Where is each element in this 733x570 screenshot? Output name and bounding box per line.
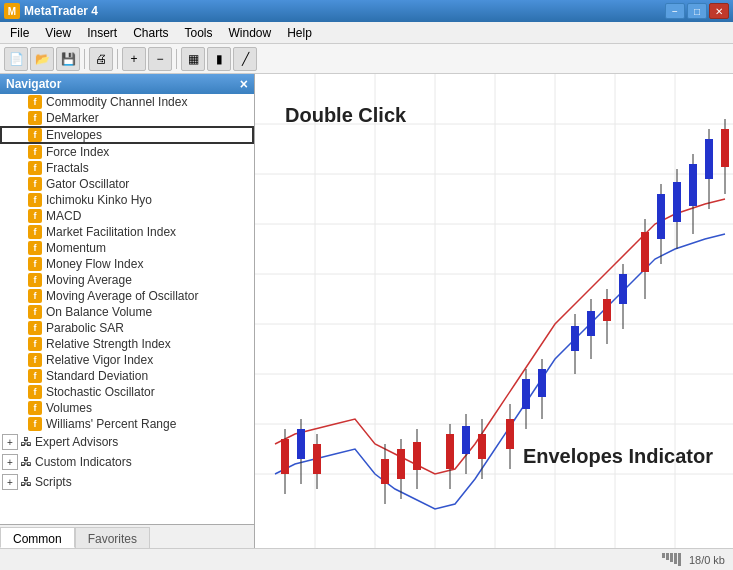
toolbar: 📄 📂 💾 🖨 + − ▦ ▮ ╱: [0, 44, 733, 74]
svg-rect-37: [522, 379, 530, 409]
indicator-icon-gator: f: [28, 177, 42, 191]
svg-rect-51: [657, 194, 665, 239]
indicator-icon-demarker: f: [28, 111, 42, 125]
svg-rect-31: [462, 426, 470, 454]
svg-rect-0: [255, 74, 733, 548]
svg-rect-45: [603, 299, 611, 321]
toolbar-sep-1: [84, 49, 85, 69]
tree-item-macd[interactable]: f MACD: [0, 208, 254, 224]
app-icon: M: [4, 3, 20, 19]
tree-item-mfi[interactable]: f Market Facilitation Index: [0, 224, 254, 240]
tree-item-fractals[interactable]: f Fractals: [0, 160, 254, 176]
indicator-icon-envelopes: f: [28, 128, 42, 142]
tree-scroll[interactable]: f Commodity Channel Index f DeMarker f E…: [0, 94, 254, 524]
tree-item-ma[interactable]: f Moving Average: [0, 272, 254, 288]
navigator-header: Navigator ×: [0, 74, 254, 94]
svg-rect-47: [619, 274, 627, 304]
svg-rect-21: [313, 444, 321, 474]
navigator-close-btn[interactable]: ×: [240, 77, 248, 91]
chart-svg: [255, 74, 733, 548]
toolbar-save[interactable]: 💾: [56, 47, 80, 71]
tree-item-gator[interactable]: f Gator Oscillator: [0, 176, 254, 192]
svg-rect-55: [689, 164, 697, 206]
main-area: Navigator × f Commodity Channel Index f …: [0, 74, 733, 548]
tree-item-wpr[interactable]: f Williams' Percent Range: [0, 416, 254, 432]
tree-item-rvi[interactable]: f Relative Vigor Index: [0, 352, 254, 368]
toolbar-print[interactable]: 🖨: [89, 47, 113, 71]
toolbar-candle[interactable]: ▮: [207, 47, 231, 71]
toolbar-line[interactable]: ╱: [233, 47, 257, 71]
tree-group-ea[interactable]: + 🖧 Expert Advisors: [0, 432, 254, 452]
navigator-panel: Navigator × f Commodity Channel Index f …: [0, 74, 255, 548]
signal-strength-icon: [662, 553, 681, 566]
indicator-icon-sar: f: [28, 321, 42, 335]
menu-bar: File View Insert Charts Tools Window Hel…: [0, 22, 733, 44]
indicator-icon-macd: f: [28, 209, 42, 223]
tree-item-sar[interactable]: f Parabolic SAR: [0, 320, 254, 336]
tree-item-obv[interactable]: f On Balance Volume: [0, 304, 254, 320]
toolbar-bar-chart[interactable]: ▦: [181, 47, 205, 71]
indicator-icon-stddev: f: [28, 369, 42, 383]
toolbar-zoom-in[interactable]: +: [122, 47, 146, 71]
title-bar-left: M MetaTrader 4: [4, 3, 98, 19]
indicator-icon-moneyflow: f: [28, 257, 42, 271]
toolbar-zoom-out[interactable]: −: [148, 47, 172, 71]
tree-item-mao[interactable]: f Moving Average of Oscillator: [0, 288, 254, 304]
svg-rect-17: [281, 439, 289, 474]
menu-file[interactable]: File: [2, 24, 37, 42]
tree-item-demarker[interactable]: f DeMarker: [0, 110, 254, 126]
expand-scripts-icon[interactable]: +: [2, 474, 18, 490]
svg-rect-49: [641, 232, 649, 272]
menu-insert[interactable]: Insert: [79, 24, 125, 42]
toolbar-sep-3: [176, 49, 177, 69]
menu-help[interactable]: Help: [279, 24, 320, 42]
status-bar: 18/0 kb: [0, 548, 733, 570]
svg-rect-29: [446, 434, 454, 469]
svg-rect-41: [571, 326, 579, 351]
svg-rect-53: [673, 182, 681, 222]
status-right: 18/0 kb: [662, 553, 725, 566]
app-title: MetaTrader 4: [24, 4, 98, 18]
toolbar-new[interactable]: 📄: [4, 47, 28, 71]
tree-item-momentum[interactable]: f Momentum: [0, 240, 254, 256]
tree-item-rsi[interactable]: f Relative Strength Index: [0, 336, 254, 352]
indicator-icon-force: f: [28, 145, 42, 159]
svg-rect-35: [506, 419, 514, 449]
svg-rect-25: [397, 449, 405, 479]
tree-group-ci[interactable]: + 🖧 Custom Indicators: [0, 452, 254, 472]
tree-item-stddev[interactable]: f Standard Deviation: [0, 368, 254, 384]
window-controls: − □ ✕: [665, 3, 729, 19]
toolbar-open[interactable]: 📂: [30, 47, 54, 71]
tree-item-moneyflow[interactable]: f Money Flow Index: [0, 256, 254, 272]
tree-item-cci[interactable]: f Commodity Channel Index: [0, 94, 254, 110]
toolbar-sep-2: [117, 49, 118, 69]
svg-rect-19: [297, 429, 305, 459]
svg-rect-23: [381, 459, 389, 484]
close-button[interactable]: ✕: [709, 3, 729, 19]
indicator-icon-volumes: f: [28, 401, 42, 415]
memory-status: 18/0 kb: [689, 554, 725, 566]
indicator-icon-obv: f: [28, 305, 42, 319]
minimize-button[interactable]: −: [665, 3, 685, 19]
indicator-icon-fractals: f: [28, 161, 42, 175]
menu-view[interactable]: View: [37, 24, 79, 42]
expand-ci-icon[interactable]: +: [2, 454, 18, 470]
indicator-icon-ichimoku: f: [28, 193, 42, 207]
navigator-title: Navigator: [6, 77, 61, 91]
navigator-tabs: Common Favorites: [0, 524, 254, 548]
tree-item-ichimoku[interactable]: f Ichimoku Kinko Hyo: [0, 192, 254, 208]
tab-common[interactable]: Common: [0, 527, 75, 548]
tree-item-volumes[interactable]: f Volumes: [0, 400, 254, 416]
menu-tools[interactable]: Tools: [177, 24, 221, 42]
menu-charts[interactable]: Charts: [125, 24, 176, 42]
menu-window[interactable]: Window: [221, 24, 280, 42]
tree-item-envelopes[interactable]: f Envelopes: [0, 126, 254, 144]
maximize-button[interactable]: □: [687, 3, 707, 19]
tab-favorites[interactable]: Favorites: [75, 527, 150, 548]
tree-item-force[interactable]: f Force Index: [0, 144, 254, 160]
indicator-icon-stoch: f: [28, 385, 42, 399]
tree-item-stoch[interactable]: f Stochastic Oscillator: [0, 384, 254, 400]
title-bar: M MetaTrader 4 − □ ✕: [0, 0, 733, 22]
expand-ea-icon[interactable]: +: [2, 434, 18, 450]
tree-group-scripts[interactable]: + 🖧 Scripts: [0, 472, 254, 492]
